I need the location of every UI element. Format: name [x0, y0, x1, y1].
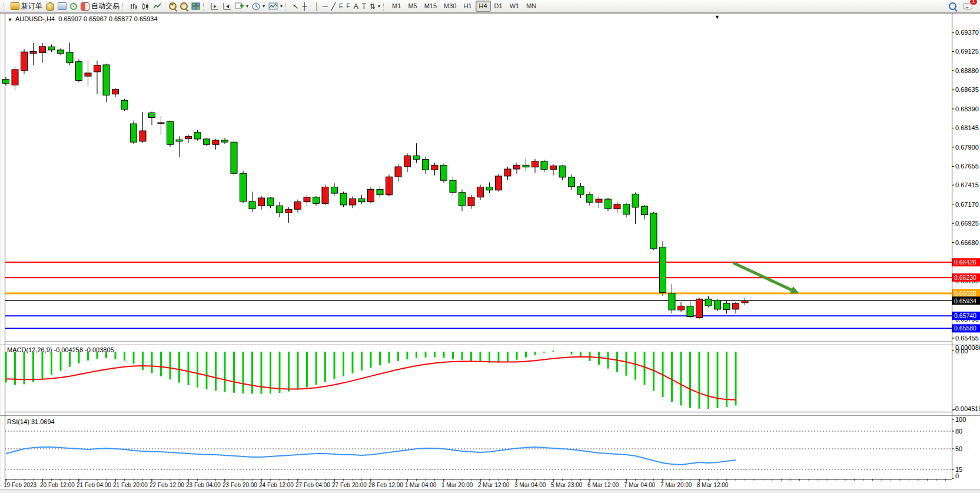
- timeframe-m5[interactable]: M5: [404, 1, 420, 12]
- candle-body: [313, 197, 320, 204]
- price-axis-label: 0.68880: [955, 67, 979, 74]
- price-axis-label: 0.68635: [955, 86, 979, 93]
- toolbar-grip[interactable]: [203, 2, 207, 11]
- candle-body: [30, 51, 36, 53]
- horizontal-line-icon: ─: [323, 3, 328, 10]
- search-button[interactable]: [947, 1, 958, 12]
- periods-button[interactable]: ▾: [250, 1, 267, 12]
- candle-body: [550, 166, 557, 170]
- candle-body: [705, 299, 712, 306]
- main-toolbar: 新订单 自动交易 + −: [0, 0, 980, 13]
- price-axis-label: 0.69370: [955, 29, 979, 36]
- candle-body: [368, 189, 374, 201]
- time-axis-label: 20 Feb 12:00: [40, 482, 75, 488]
- price-line-badge-label: 0.65740: [954, 312, 976, 319]
- price-axis-label: 0.65455: [955, 335, 979, 342]
- trendline-icon: ╱: [331, 3, 335, 10]
- vline-tool-button[interactable]: │: [313, 1, 321, 12]
- macd-indicator-label: MACD(12,26,9) -0.004258 -0.003805: [7, 346, 114, 353]
- timeframe-m1[interactable]: M1: [388, 1, 404, 12]
- candle-body: [58, 50, 64, 54]
- new-order-button[interactable]: 新订单: [9, 1, 44, 12]
- time-axis-label: 27 Feb 20:00: [332, 482, 367, 488]
- hline-tool-button[interactable]: ─: [321, 1, 330, 12]
- toolbar-grip[interactable]: [285, 2, 290, 11]
- candle-body: [541, 161, 547, 170]
- indicator-forward-button[interactable]: [208, 1, 221, 12]
- candle-body: [85, 73, 91, 76]
- zoom-out-icon: −: [180, 2, 188, 10]
- zoom-in-button[interactable]: +: [167, 1, 178, 12]
- time-axis-label: 21 Feb 20:00: [113, 482, 148, 488]
- toolbar-grip[interactable]: [383, 2, 387, 11]
- cursor-tool-button[interactable]: ↖: [291, 1, 300, 12]
- timeframe-d1[interactable]: D1: [491, 1, 506, 12]
- search-icon: [949, 2, 956, 10]
- fibonacci-tool-button[interactable]: F: [345, 1, 352, 12]
- candle-body: [304, 197, 310, 202]
- candle-body: [231, 142, 237, 173]
- timeframe-mn[interactable]: MN: [523, 1, 540, 12]
- candle-body: [39, 47, 46, 53]
- metaeditor-button[interactable]: [56, 1, 68, 12]
- candle-body: [3, 80, 9, 84]
- candle-body: [277, 206, 283, 213]
- template-icon: [268, 2, 278, 10]
- candle-body: [486, 187, 493, 190]
- candle-body: [450, 180, 456, 193]
- rsi-indicator-label: RSI(14) 31.0694: [7, 418, 55, 425]
- collapse-triangle-icon[interactable]: ▼: [8, 17, 12, 22]
- crosshair-tool-button[interactable]: ┼: [300, 1, 309, 12]
- candle-body: [431, 165, 438, 170]
- templates-button[interactable]: ▾: [267, 1, 284, 12]
- zoom-out-button[interactable]: −: [178, 1, 190, 12]
- time-axis-label: 8 Mar 12:00: [697, 482, 729, 488]
- toolbar-grip[interactable]: [122, 2, 127, 11]
- time-axis-label: 1 Mar 04:00: [405, 482, 437, 488]
- rsi-level-label: 50: [955, 445, 962, 452]
- price-axis-label: 0.67170: [955, 201, 979, 208]
- timeframe-h1[interactable]: H1: [460, 1, 475, 12]
- label-tool-button[interactable]: T: [360, 1, 368, 12]
- arrows-tool-button[interactable]: ⇅ ▾: [368, 1, 382, 12]
- candle-body: [350, 198, 356, 205]
- candle-chart-icon: [141, 2, 150, 11]
- candle-body: [67, 52, 73, 63]
- price-line-badge-label: 0.65580: [954, 325, 976, 332]
- notifications-button[interactable]: 1: [962, 1, 974, 12]
- clock-icon: [252, 2, 260, 11]
- channel-tool-button[interactable]: E: [337, 1, 345, 12]
- chart-canvas[interactable]: 0.693700.691250.688800.686350.683900.681…: [0, 0, 980, 493]
- cursor-icon: ↖: [293, 3, 298, 10]
- timeframe-h4[interactable]: H4: [476, 1, 491, 12]
- ohlc-values: 0.65907 0.65967 0.65877 0.65934: [58, 15, 157, 22]
- candle-body: [295, 202, 301, 210]
- seal-button[interactable]: [44, 1, 56, 12]
- text-tool-button[interactable]: A: [352, 1, 360, 12]
- scroll-position-marker: ▼: [715, 14, 720, 20]
- timeframe-m15[interactable]: M15: [421, 1, 440, 12]
- price-line-badge-label: 0.65934: [954, 297, 976, 305]
- candle-body: [559, 166, 566, 177]
- candle-chart-button[interactable]: [139, 1, 151, 12]
- bar-chart-button[interactable]: [128, 1, 139, 12]
- auto-trading-button[interactable]: 自动交易: [79, 1, 121, 12]
- candle-body: [204, 139, 210, 144]
- time-axis-label: 2 Mar 12:00: [478, 482, 510, 488]
- signals-button[interactable]: [68, 1, 79, 12]
- dropdown-arrow-icon: ▾: [263, 4, 265, 9]
- candle-body: [650, 213, 657, 249]
- toolbar-separator: [311, 2, 311, 11]
- tile-windows-button[interactable]: [190, 1, 202, 12]
- notification-badge: 1: [969, 0, 978, 5]
- candle-body: [185, 136, 192, 138]
- line-chart-button[interactable]: [151, 1, 163, 12]
- new-order-icon: [11, 2, 19, 10]
- timeframe-w1[interactable]: W1: [506, 1, 523, 12]
- candle-body: [569, 177, 575, 187]
- trendline-tool-button[interactable]: ╱: [330, 1, 337, 12]
- indicator-back-button[interactable]: [221, 1, 233, 12]
- new-chart-button[interactable]: ▾: [233, 1, 250, 12]
- timeframe-m30[interactable]: M30: [440, 1, 460, 12]
- toolbar-grip[interactable]: [4, 2, 8, 11]
